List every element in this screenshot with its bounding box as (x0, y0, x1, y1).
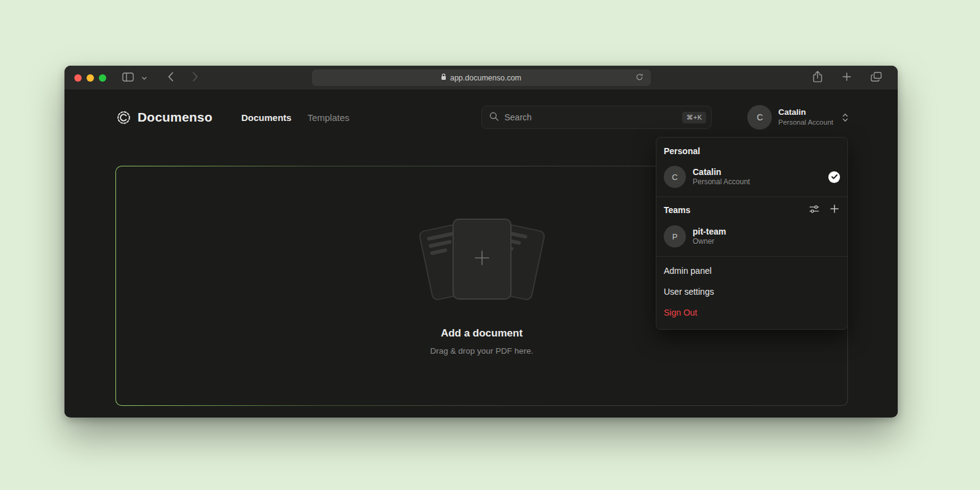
search-icon (489, 112, 499, 123)
team-avatar: P (664, 225, 686, 247)
zoom-window-button[interactable] (99, 74, 106, 82)
browser-toolbar: app.documenso.com (64, 66, 898, 90)
chevrons-up-down-icon (842, 112, 849, 123)
account-avatar: C (747, 105, 772, 130)
close-window-button[interactable] (74, 74, 82, 82)
menu-item-admin-panel[interactable]: Admin panel (656, 260, 847, 281)
back-arrow-icon (168, 72, 174, 84)
browser-window: app.documenso.com (64, 66, 898, 418)
account-subtitle: Personal Account (778, 118, 833, 126)
chevron-down-icon (142, 73, 147, 82)
brand-name: Documenso (138, 110, 212, 125)
personal-subtitle: Personal Account (693, 177, 822, 187)
account-menu-button[interactable]: C Catalin Personal Account (747, 105, 849, 130)
menu-item-user-settings[interactable]: User settings (656, 281, 847, 302)
document-card-center (453, 219, 511, 300)
traffic-lights (74, 74, 106, 82)
nav-documents[interactable]: Documents (241, 112, 292, 123)
manage-teams-button[interactable] (808, 203, 820, 217)
forward-button[interactable] (190, 69, 201, 86)
dropzone-title: Add a document (441, 327, 523, 340)
selected-check-icon (828, 171, 840, 183)
search-bar[interactable]: ⌘+K (481, 106, 712, 129)
back-button[interactable] (165, 69, 176, 86)
sidebar-menu-chevron[interactable] (139, 71, 149, 85)
document-cards-illustration (411, 216, 553, 305)
nav-templates[interactable]: Templates (308, 112, 349, 123)
search-input[interactable] (504, 112, 676, 122)
dropzone-subtitle: Drag & drop your PDF here. (430, 346, 533, 356)
account-dropdown-menu: Personal C Catalin Personal Account Team… (656, 137, 848, 330)
app-header: Documenso Documents Templates ⌘+K C Cata… (64, 90, 898, 144)
teams-section-label: Teams (664, 205, 808, 215)
minimize-window-button[interactable] (87, 74, 94, 82)
documenso-app: Documenso Documents Templates ⌘+K C Cata… (64, 90, 898, 417)
menu-divider (656, 256, 847, 257)
refresh-icon (636, 73, 644, 83)
lock-icon (441, 73, 446, 82)
add-document-plus-icon (473, 249, 491, 270)
new-tab-button[interactable] (840, 70, 854, 85)
sidebar-toggle-button[interactable] (120, 70, 136, 86)
personal-name: Catalin (693, 166, 822, 177)
brand[interactable]: Documenso (115, 109, 212, 126)
menu-item-sign-out[interactable]: Sign Out (656, 302, 847, 323)
team-name: pit-team (693, 226, 840, 237)
url-text: app.documenso.com (450, 74, 521, 82)
plus-icon (830, 204, 839, 216)
team-item-pit-team[interactable]: P pit-team Owner (656, 220, 847, 252)
share-button[interactable] (810, 68, 825, 87)
account-name: Catalin (778, 107, 833, 118)
share-icon (812, 71, 823, 85)
personal-account-item[interactable]: C Catalin Personal Account (656, 161, 847, 193)
menu-divider (656, 196, 847, 197)
plus-icon (842, 72, 851, 83)
sidebar-icon (122, 72, 134, 84)
documenso-logo-icon (115, 109, 132, 126)
refresh-button[interactable] (633, 71, 646, 85)
main-nav: Documents Templates (241, 112, 349, 123)
team-role: Owner (693, 237, 840, 247)
tabs-icon (871, 72, 882, 84)
address-bar[interactable]: app.documenso.com (312, 69, 651, 86)
personal-section-label: Personal (656, 140, 847, 161)
forward-arrow-icon (192, 72, 198, 84)
tab-overview-button[interactable] (868, 69, 884, 86)
create-team-button[interactable] (829, 203, 840, 217)
search-shortcut-badge: ⌘+K (682, 112, 707, 123)
sliders-icon (809, 204, 819, 216)
personal-avatar: C (664, 166, 686, 188)
